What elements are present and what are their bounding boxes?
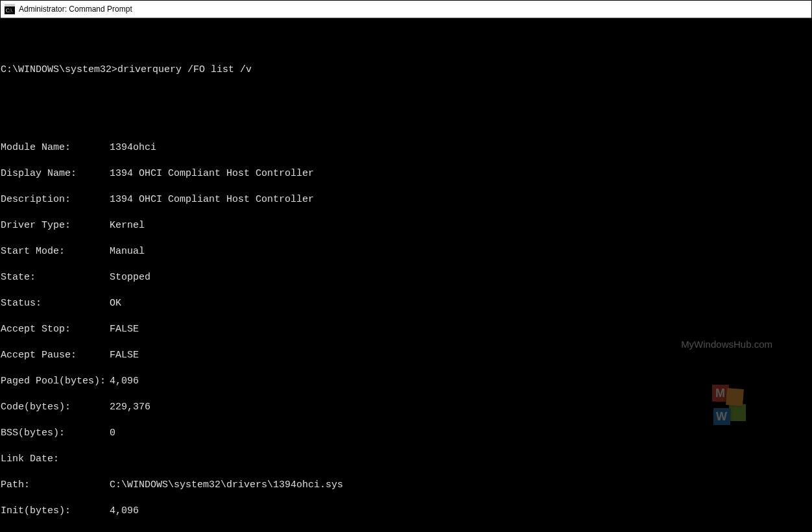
field-row: Link Date: <box>1 453 811 466</box>
blank-line <box>1 531 811 531</box>
field-label: Code(bytes): <box>1 401 110 414</box>
window-title: Administrator: Command Prompt <box>19 5 132 14</box>
field-value: Manual <box>110 246 145 257</box>
field-row: Display Name:1394 OHCI Compliant Host Co… <box>1 167 811 180</box>
field-value: 4,096 <box>110 505 139 516</box>
svg-text:C:\: C:\ <box>6 8 13 14</box>
terminal-client-area[interactable]: C:\WINDOWS\system32>driverquery /FO list… <box>1 18 811 531</box>
field-value: FALSE <box>110 324 139 335</box>
prompt-path: C:\WINDOWS\system32> <box>1 64 117 75</box>
field-row: Path:C:\WINDOWS\system32\drivers\1394ohc… <box>1 479 811 492</box>
field-row: Accept Stop:FALSE <box>1 323 811 336</box>
field-value: C:\WINDOWS\system32\drivers\1394ohci.sys <box>110 479 343 490</box>
field-label: Status: <box>1 297 110 310</box>
field-label: Init(bytes): <box>1 505 110 518</box>
field-row: Module Name:1394ohci <box>1 141 811 154</box>
field-row: Accept Pause:FALSE <box>1 349 811 362</box>
field-value: 1394 OHCI Compliant Host Controller <box>110 168 314 179</box>
field-label: Driver Type: <box>1 219 110 232</box>
command-prompt-window: C:\ Administrator: Command Prompt C:\WIN… <box>0 0 812 532</box>
field-label: Link Date: <box>1 453 110 466</box>
cmd-icon: C:\ <box>5 4 15 14</box>
field-value: 4,096 <box>110 376 139 387</box>
field-label: Path: <box>1 479 110 492</box>
field-row: Driver Type:Kernel <box>1 219 811 232</box>
field-value: 0 <box>110 428 115 439</box>
field-value: OK <box>110 298 121 309</box>
field-row: Code(bytes):229,376 <box>1 401 811 414</box>
field-label: BSS(bytes): <box>1 427 110 440</box>
field-value: Stopped <box>110 272 150 283</box>
field-label: Start Mode: <box>1 245 110 258</box>
field-row: Description:1394 OHCI Compliant Host Con… <box>1 193 811 206</box>
titlebar[interactable]: C:\ Administrator: Command Prompt <box>1 1 811 18</box>
field-label: Module Name: <box>1 141 110 154</box>
field-row: Init(bytes):4,096 <box>1 505 811 518</box>
field-label: Paged Pool(bytes): <box>1 375 110 388</box>
field-row: Status:OK <box>1 297 811 310</box>
field-row: State:Stopped <box>1 271 811 284</box>
field-value: 229,376 <box>110 402 150 413</box>
field-row: BSS(bytes):0 <box>1 427 811 440</box>
svg-rect-1 <box>5 4 15 6</box>
field-value: FALSE <box>110 350 139 361</box>
field-value: 1394 OHCI Compliant Host Controller <box>110 194 314 205</box>
prompt-line: C:\WINDOWS\system32>driverquery /FO list… <box>1 64 811 77</box>
blank-line <box>1 38 811 51</box>
field-value: Kernel <box>110 220 150 231</box>
blank-line <box>1 90 811 103</box>
field-label: Display Name: <box>1 167 110 180</box>
field-row: Start Mode:Manual <box>1 245 811 258</box>
field-label: State: <box>1 271 110 284</box>
field-value: 1394ohci <box>110 142 156 153</box>
field-label: Description: <box>1 193 110 206</box>
field-label: Accept Pause: <box>1 349 110 362</box>
prompt-command: driverquery /FO list /v <box>117 64 252 75</box>
field-label: Accept Stop: <box>1 323 110 336</box>
field-row: Paged Pool(bytes):4,096 <box>1 375 811 388</box>
